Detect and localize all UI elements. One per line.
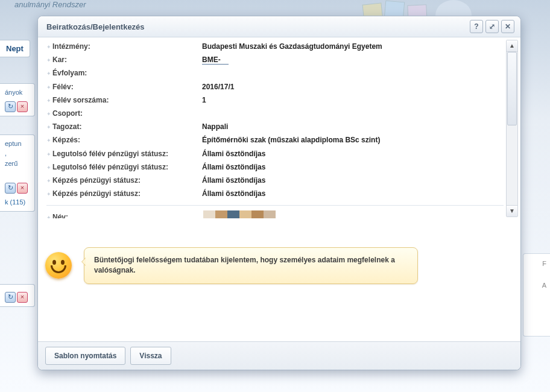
bullet-icon: ✦ xyxy=(46,122,52,131)
field-label: Évfolyam: xyxy=(52,68,202,78)
bullet-icon: ✦ xyxy=(46,55,52,65)
bullet-icon: ✦ xyxy=(46,95,52,105)
close-icon[interactable]: × xyxy=(17,292,28,303)
scroll-thumb[interactable] xyxy=(507,52,517,125)
field-value xyxy=(202,68,505,78)
back-button[interactable]: Vissza xyxy=(130,347,171,365)
field-row: ✦Félév:2016/17/1 xyxy=(45,80,505,93)
field-label: Képzés pénzügyi státusz: xyxy=(52,175,202,185)
redacted-personal-data xyxy=(203,210,276,218)
field-row: ✦Képzés pénzügyi státusz:Állami ösztöndí… xyxy=(45,174,505,187)
field-value: Állami ösztöndíjas xyxy=(202,149,505,159)
scroll-down-arrow[interactable]: ▼ xyxy=(507,205,517,217)
field-label: Csoport: xyxy=(52,109,202,118)
left-block-2-line2: , xyxy=(5,150,7,157)
field-row: ✦Tagozat:Nappali xyxy=(45,120,505,133)
dialog-footer: Sablon nyomtatás Vissza xyxy=(38,341,520,370)
bullet-icon: ✦ xyxy=(46,135,52,145)
personal-section: ✦Név:✦Születési név:✦Neptun kód: xyxy=(45,210,505,218)
bullet-icon: ✦ xyxy=(46,42,52,51)
declaration-bubble: Büntetőjogi felelősségem tudatában kijel… xyxy=(84,247,418,284)
right-stub: F A xyxy=(523,253,550,337)
dialog-header: Beiratkozás/Bejelentkezés ? ⤢ ✕ xyxy=(38,16,520,37)
expand-button[interactable]: ⤢ xyxy=(485,20,499,33)
field-label: Félév sorszáma: xyxy=(52,95,202,105)
field-value: 1 xyxy=(202,95,505,105)
field-value: Építőmérnöki szak (műszaki alapdiploma B… xyxy=(202,135,505,145)
bullet-icon: ✦ xyxy=(46,149,52,159)
bullet-icon: ✦ xyxy=(46,212,52,218)
left-panel: ányok ↻× eptun , zerű ↻× k (115) ↻× xyxy=(0,36,35,392)
field-row: ✦Legutolsó félév pénzügyi státusz:Állami… xyxy=(45,147,505,160)
vertical-scrollbar[interactable]: ▲ ▼ xyxy=(506,40,518,217)
left-block-2-line1: eptun xyxy=(5,140,22,147)
enrollment-dialog: Beiratkozás/Bejelentkezés ? ⤢ ✕ ✦Intézmé… xyxy=(37,16,521,370)
bullet-icon: ✦ xyxy=(46,68,52,78)
declaration-row: Büntetőjogi felelősségem tudatában kijel… xyxy=(45,247,502,284)
bullet-icon: ✦ xyxy=(46,109,52,118)
refresh-icon[interactable]: ↻ xyxy=(5,101,16,112)
field-row: ✦Kar:BME- xyxy=(45,53,505,66)
field-label: Legutolsó félév pénzügyi státusz: xyxy=(52,149,202,159)
field-label: Név: xyxy=(52,212,196,218)
help-button[interactable]: ? xyxy=(470,20,483,33)
field-label: Tagozat: xyxy=(52,122,202,131)
refresh-icon[interactable]: ↻ xyxy=(5,183,16,194)
dialog-title: Beiratkozás/Bejelentkezés xyxy=(46,22,467,31)
field-label: Képzés: xyxy=(52,135,202,145)
left-panel-link[interactable]: k (115) xyxy=(5,198,25,206)
field-row: ✦Intézmény:Budapesti Muszaki és Gazdaság… xyxy=(45,40,505,53)
app-subtitle: anulmányi Rendszer xyxy=(14,0,86,9)
field-row: ✦Képzés pénzügyi státusz:Állami ösztöndí… xyxy=(45,187,505,200)
field-value xyxy=(202,109,505,118)
close-icon[interactable]: × xyxy=(17,101,28,112)
field-label: Kar: xyxy=(52,55,202,65)
field-value: 2016/17/1 xyxy=(202,82,505,92)
bullet-icon: ✦ xyxy=(46,175,52,185)
bullet-icon: ✦ xyxy=(46,189,52,198)
field-label: Legutolsó félév pénzügyi státusz: xyxy=(52,162,202,172)
field-label: Félév: xyxy=(52,82,202,92)
smiley-icon xyxy=(45,252,72,279)
field-label: Intézmény: xyxy=(52,42,202,51)
field-value: Állami ösztöndíjas xyxy=(202,162,505,172)
field-value: Budapesti Muszaki és Gazdaságtudományi E… xyxy=(202,42,505,51)
close-icon[interactable]: × xyxy=(17,183,28,194)
bullet-icon: ✦ xyxy=(46,82,52,92)
details-scroll-area: ✦Intézmény:Budapesti Muszaki és Gazdaság… xyxy=(38,37,520,218)
field-label: Képzés pénzügyi státusz: xyxy=(52,189,202,198)
field-row: ✦Csoport: xyxy=(45,107,505,120)
field-row: ✦Legutolsó félév pénzügyi státusz:Állami… xyxy=(45,160,505,174)
declaration-text: Büntetőjogi felelősségem tudatában kijel… xyxy=(94,256,395,274)
left-block-1-text: ányok xyxy=(5,89,22,96)
bullet-icon: ✦ xyxy=(46,162,52,172)
dialog-body: ✦Intézmény:Budapesti Muszaki és Gazdaság… xyxy=(38,37,520,341)
refresh-icon[interactable]: ↻ xyxy=(5,292,16,303)
field-row: ✦Évfolyam: xyxy=(45,66,505,80)
personal-field-row: ✦Név: xyxy=(45,210,203,218)
left-block-2-line3: zerű xyxy=(5,160,17,167)
field-value: BME- xyxy=(202,55,505,65)
field-value: Állami ösztöndíjas xyxy=(202,175,505,185)
separator xyxy=(46,205,504,206)
field-value: Nappali xyxy=(202,122,505,131)
field-row: ✦Képzés:Építőmérnöki szak (műszaki alapd… xyxy=(45,133,505,147)
field-row: ✦Félév sorszáma:1 xyxy=(45,93,505,107)
scroll-up-arrow[interactable]: ▲ xyxy=(507,40,517,52)
print-template-button[interactable]: Sablon nyomtatás xyxy=(45,347,125,365)
close-button[interactable]: ✕ xyxy=(501,20,514,33)
field-value: Állami ösztöndíjas xyxy=(202,189,505,198)
